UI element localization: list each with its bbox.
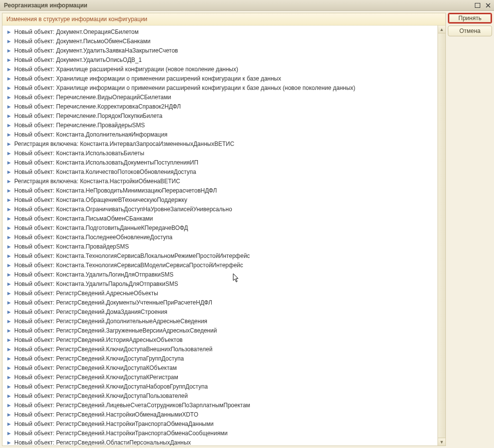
tree-row[interactable]: ▶Новый объект: Константа.ПоследнееОбновл… [2,233,438,242]
tree-row[interactable]: ▶Новый объект: Константа.ПодготовитьДанн… [2,224,438,233]
expand-icon[interactable]: ▶ [6,105,11,110]
tree-row[interactable]: ▶Новый объект: Константа.ПровайдерSMS [2,242,438,252]
tree-row[interactable]: ▶Новый объект: РегистрСведений.КлючиДост… [2,345,438,354]
expand-icon[interactable]: ▶ [6,95,11,100]
expand-icon[interactable]: ▶ [6,170,11,175]
close-button[interactable] [484,2,492,9]
tree-row[interactable]: ▶Новый объект: Перечисление.ПровайдерыSM… [2,121,438,130]
expand-icon[interactable]: ▶ [6,254,11,259]
expand-icon[interactable]: ▶ [6,161,11,166]
tree-row[interactable]: ▶Новый объект: Константа.ОбращениеВТехни… [2,196,438,205]
scroll-up-arrow[interactable]: ▲ [438,26,445,33]
tree-row[interactable]: ▶Новый объект: Константа.ПисьмаОбменСБан… [2,214,438,224]
expand-icon[interactable]: ▶ [6,375,11,380]
expand-icon[interactable]: ▶ [6,338,11,343]
expand-icon[interactable]: ▶ [6,58,11,63]
expand-icon[interactable]: ▶ [6,282,11,287]
tree-row[interactable]: ▶Новый объект: РегистрСведений.Загруженн… [2,326,438,336]
tree-row[interactable]: ▶Новый объект: Перечисление.Корректировк… [2,102,438,112]
expand-icon[interactable]: ▶ [6,39,11,44]
tree-row[interactable]: ▶Новый объект: Перечисление.ВидыОпераций… [2,93,438,102]
expand-icon[interactable]: ▶ [6,329,11,334]
maximize-button[interactable] [473,2,481,9]
cancel-button[interactable]: Отмена [448,26,492,36]
tree-row[interactable]: ▶Новый объект: Хранилище информации о пр… [2,84,438,93]
expand-icon[interactable]: ▶ [6,77,11,82]
expand-icon[interactable]: ▶ [6,441,11,446]
expand-icon[interactable]: ▶ [6,49,11,54]
tree-row[interactable]: ▶Новый объект: РегистрСведений.Настройки… [2,410,438,420]
tree-row[interactable]: ▶Регистрация включена: Константа.Настрой… [2,177,438,186]
tree-row[interactable]: ▶Новый объект: РегистрСведений.АдресныеО… [2,289,438,298]
tree-row[interactable]: ▶Новый объект: Константа.КоличествоПоток… [2,168,438,177]
expand-icon[interactable]: ▶ [6,142,11,147]
expand-icon[interactable]: ▶ [6,347,11,352]
expand-icon[interactable]: ▶ [6,413,11,418]
expand-icon[interactable]: ▶ [6,151,11,156]
expand-icon[interactable]: ▶ [6,114,11,119]
tree-row[interactable]: ▶Новый объект: РегистрСведений.КлючиДост… [2,392,438,401]
tree-row[interactable]: ▶Новый объект: Константа.ТехнологияСерви… [2,252,438,261]
expand-icon[interactable]: ▶ [6,385,11,390]
expand-icon[interactable]: ▶ [6,30,11,35]
tree-row[interactable]: ▶Новый объект: Константа.ТехнологияСерви… [2,261,438,270]
tree-row[interactable]: ▶Новый объект: Константа.НеПроводитьМини… [2,186,438,196]
expand-icon[interactable]: ▶ [6,422,11,427]
expand-icon[interactable]: ▶ [6,291,11,296]
tree-row[interactable]: ▶Новый объект: Документ.ПисьмоОбменСБанк… [2,37,438,46]
expand-icon[interactable]: ▶ [6,273,11,278]
tree-row[interactable]: ▶Новый объект: РегистрСведений.КлючиДост… [2,382,438,392]
expand-icon[interactable]: ▶ [6,301,11,306]
tree-row[interactable]: ▶Новый объект: РегистрСведений.КлючиДост… [2,373,438,382]
tree-row-label: Новый объект: Константа.ОграничиватьДост… [14,205,232,214]
tree-row[interactable]: ▶Новый объект: РегистрСведений.Настройки… [2,429,438,438]
tree-row[interactable]: ▶Новый объект: РегистрСведений.ЛицевыеСч… [2,401,438,410]
tree-row-label: Новый объект: Константа.УдалитьПарольДля… [14,280,178,288]
expand-icon[interactable]: ▶ [6,403,11,408]
expand-icon[interactable]: ▶ [6,263,11,268]
expand-icon[interactable]: ▶ [6,366,11,371]
expand-icon[interactable]: ▶ [6,431,11,436]
expand-icon[interactable]: ▶ [6,179,11,184]
tree-row[interactable]: ▶Новый объект: Константа.УдалитьПарольДл… [2,280,438,289]
tree-row[interactable]: ▶Новый объект: РегистрСведений.ОбластиПе… [2,438,438,446]
tree-row[interactable]: ▶Новый объект: Документ.УдалитьЗаявкаНаЗ… [2,46,438,56]
expand-icon[interactable]: ▶ [6,310,11,315]
tree-row[interactable]: ▶Новый объект: Константа.ОграничиватьДос… [2,205,438,214]
expand-icon[interactable]: ▶ [6,133,11,138]
tree-row[interactable]: ▶Новый объект: РегистрСведений.Дополните… [2,317,438,326]
expand-icon[interactable]: ▶ [6,319,11,324]
expand-icon[interactable]: ▶ [6,217,11,222]
tree-row[interactable]: ▶Новый объект: Хранилище расширений конф… [2,65,438,74]
expand-icon[interactable]: ▶ [6,357,11,362]
tree-row[interactable]: ▶Новый объект: Константа.ИспользоватьДок… [2,158,438,168]
expand-icon[interactable]: ▶ [6,189,11,194]
expand-icon[interactable]: ▶ [6,86,11,91]
expand-icon[interactable]: ▶ [6,235,11,240]
expand-icon[interactable]: ▶ [6,245,11,250]
tree-row[interactable]: ▶Новый объект: Хранилище информации о пр… [2,74,438,84]
tree-row[interactable]: ▶Новый объект: Документ.УдалитьОписьОДВ_… [2,56,438,65]
tree-row[interactable]: ▶Новый объект: РегистрСведений.Настройки… [2,420,438,429]
tree-row[interactable]: ▶Новый объект: Константа.УдалитьЛогинДля… [2,270,438,280]
tree-row[interactable]: ▶Новый объект: Перечисление.ПорядокПокуп… [2,112,438,121]
tree-row[interactable]: ▶Регистрация включена: Константа.Интерва… [2,140,438,149]
accept-button[interactable]: Принять [448,13,492,24]
expand-icon[interactable]: ▶ [6,394,11,399]
expand-icon[interactable]: ▶ [6,198,11,203]
scroll-down-arrow[interactable]: ▼ [438,438,445,446]
vertical-scrollbar[interactable]: ▲ ▼ [438,26,445,446]
expand-icon[interactable]: ▶ [6,207,11,212]
expand-icon[interactable]: ▶ [6,226,11,231]
tree-row[interactable]: ▶Новый объект: РегистрСведений.КлючиДост… [2,354,438,364]
changes-tree[interactable]: ▶Новый объект: Документ.ОперацияСБилетом… [2,26,438,446]
tree-row[interactable]: ▶Новый объект: РегистрСведений.Документы… [2,298,438,308]
expand-icon[interactable]: ▶ [6,123,11,128]
tree-row[interactable]: ▶Новый объект: Константа.ДополнительнаяИ… [2,130,438,140]
tree-row[interactable]: ▶Новый объект: Документ.ОперацияСБилетом [2,28,438,37]
tree-row[interactable]: ▶Новый объект: Константа.ИспользоватьБил… [2,149,438,158]
tree-row[interactable]: ▶Новый объект: РегистрСведений.КлючиДост… [2,364,438,373]
tree-row[interactable]: ▶Новый объект: РегистрСведений.ДомаЗдани… [2,308,438,317]
expand-icon[interactable]: ▶ [6,67,11,72]
tree-row[interactable]: ▶Новый объект: РегистрСведений.ИсторияАд… [2,336,438,345]
